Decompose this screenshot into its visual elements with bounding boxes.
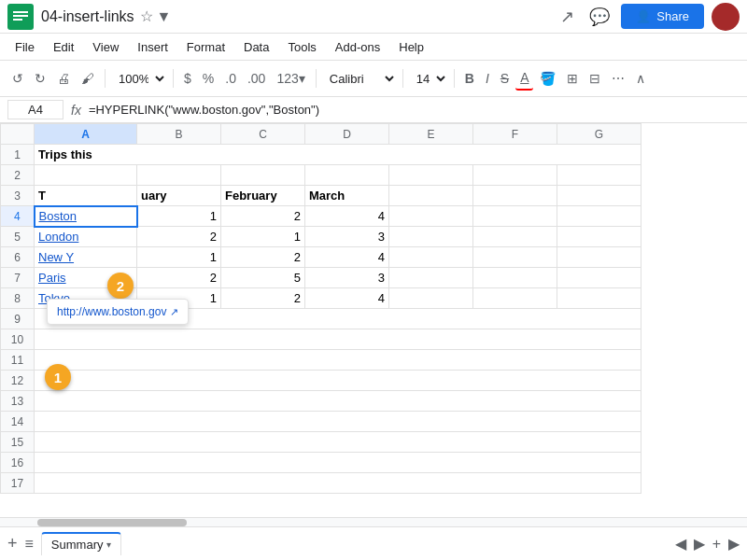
cell-E5[interactable]	[389, 227, 473, 247]
menu-view[interactable]: View	[85, 38, 126, 56]
tooltip-link[interactable]: http://www.boston.gov	[57, 305, 166, 318]
comment-icon[interactable]: 💬	[585, 3, 613, 31]
add-sheet-right-button[interactable]: +	[712, 536, 721, 553]
cell-D2[interactable]	[305, 165, 389, 186]
cell-F3[interactable]	[473, 186, 557, 206]
cell-D8[interactable]: 4	[305, 288, 389, 309]
cell-G6[interactable]	[557, 247, 641, 268]
menu-help[interactable]: Help	[391, 38, 431, 56]
cell-F7[interactable]	[473, 268, 557, 288]
cell-D4[interactable]: 4	[305, 206, 389, 227]
cell-C5[interactable]: 1	[221, 227, 305, 247]
cell-A6[interactable]: New Y	[35, 247, 137, 268]
italic-button[interactable]: I	[481, 67, 494, 90]
col-header-G[interactable]: G	[557, 124, 641, 145]
col-header-E[interactable]: E	[389, 124, 473, 145]
menu-file[interactable]: File	[7, 38, 42, 56]
strikethrough-button[interactable]: S	[496, 67, 514, 90]
cell-E2[interactable]	[389, 165, 473, 186]
cell-D6[interactable]: 4	[305, 247, 389, 268]
cell-C4[interactable]: 2	[221, 206, 305, 227]
cell-F5[interactable]	[473, 227, 557, 247]
cell-G3[interactable]	[557, 186, 641, 206]
external-link-icon[interactable]: ↗	[170, 306, 178, 318]
bold-button[interactable]: B	[460, 67, 479, 90]
print-button[interactable]: 🖨	[52, 67, 75, 90]
cell-G4[interactable]	[557, 206, 641, 227]
horizontal-scrollbar[interactable]	[0, 517, 747, 526]
cell-D7[interactable]: 3	[305, 268, 389, 288]
col-header-A[interactable]: A	[35, 124, 137, 145]
sheet-tab-summary[interactable]: Summary ▾	[41, 532, 122, 555]
trending-icon[interactable]: ↗	[557, 3, 578, 31]
cell-E4[interactable]	[389, 206, 473, 227]
cell-G7[interactable]	[557, 268, 641, 288]
cell-D5[interactable]: 3	[305, 227, 389, 247]
paint-format-button[interactable]: 🖌	[77, 67, 99, 90]
format-number-button[interactable]: 123▾	[272, 67, 309, 90]
cell-E6[interactable]	[389, 247, 473, 268]
fill-color-button[interactable]: 🪣	[535, 67, 560, 90]
cell-B3[interactable]: uary	[137, 186, 221, 206]
cell-A1[interactable]: Trips this	[35, 145, 641, 165]
cell-reference-input[interactable]	[7, 100, 63, 119]
cell-B5[interactable]: 2	[137, 227, 221, 247]
formula-input[interactable]	[89, 103, 740, 117]
menu-format[interactable]: Format	[179, 38, 233, 56]
cell-E3[interactable]	[389, 186, 473, 206]
cell-E8[interactable]	[389, 288, 473, 309]
cell-C3[interactable]: February	[221, 186, 305, 206]
cell-F4[interactable]	[473, 206, 557, 227]
col-header-D[interactable]: D	[305, 124, 389, 145]
hscroll-thumb[interactable]	[37, 519, 187, 526]
menu-data[interactable]: Data	[236, 38, 276, 56]
cell-B7[interactable]: 2	[137, 268, 221, 288]
cell-F2[interactable]	[473, 165, 557, 186]
underline-a-button[interactable]: A	[515, 66, 533, 91]
menu-edit[interactable]: Edit	[46, 38, 81, 56]
col-header-F[interactable]: F	[473, 124, 557, 145]
cell-G2[interactable]	[557, 165, 641, 186]
menu-addons[interactable]: Add-ons	[328, 38, 388, 56]
more-button[interactable]: ⋯	[607, 67, 629, 90]
folder-icon[interactable]: ▼	[157, 8, 172, 25]
cell-G5[interactable]	[557, 227, 641, 247]
cell-A4[interactable]: Boston	[35, 206, 137, 227]
cell-C6[interactable]: 2	[221, 247, 305, 268]
col-header-C[interactable]: C	[221, 124, 305, 145]
menu-tools[interactable]: Tools	[280, 38, 323, 56]
zoom-select[interactable]: 100%	[111, 69, 167, 89]
scroll-right-button[interactable]: ▶	[694, 535, 705, 553]
star-icon[interactable]: ☆	[140, 7, 153, 25]
merge-button[interactable]: ⊟	[585, 67, 605, 90]
cell-F8[interactable]	[473, 288, 557, 309]
cell-A2[interactable]	[35, 165, 137, 186]
share-button[interactable]: 👤 Share	[621, 4, 704, 29]
collapse-sheet-button[interactable]: ▶	[728, 535, 740, 553]
cell-C7[interactable]: 5	[221, 268, 305, 288]
font-select[interactable]: Calibri	[322, 69, 397, 89]
cell-D3[interactable]: March	[305, 186, 389, 206]
borders-button[interactable]: ⊞	[562, 67, 583, 90]
cell-G8[interactable]	[557, 288, 641, 309]
menu-insert[interactable]: Insert	[130, 38, 176, 56]
add-sheet-button[interactable]: +	[7, 534, 18, 553]
avatar[interactable]	[712, 3, 740, 31]
undo-button[interactable]: ↺	[7, 67, 28, 90]
scroll-left-button[interactable]: ◀	[675, 535, 686, 553]
collapse-button[interactable]: ∧	[631, 67, 650, 90]
currency-button[interactable]: $	[179, 67, 196, 90]
cell-B4[interactable]: 1	[137, 206, 221, 227]
percent-button[interactable]: %	[198, 67, 218, 90]
cell-C2[interactable]	[221, 165, 305, 186]
col-header-B[interactable]: B	[137, 124, 221, 145]
cell-A3[interactable]: T	[35, 186, 137, 206]
cell-A5[interactable]: London	[35, 227, 137, 247]
redo-button[interactable]: ↻	[30, 67, 50, 90]
decimal00-button[interactable]: .00	[243, 67, 270, 90]
cell-B2[interactable]	[137, 165, 221, 186]
cell-B6[interactable]: 1	[137, 247, 221, 268]
cell-F6[interactable]	[473, 247, 557, 268]
cell-E7[interactable]	[389, 268, 473, 288]
decimal0-button[interactable]: .0	[220, 67, 241, 90]
